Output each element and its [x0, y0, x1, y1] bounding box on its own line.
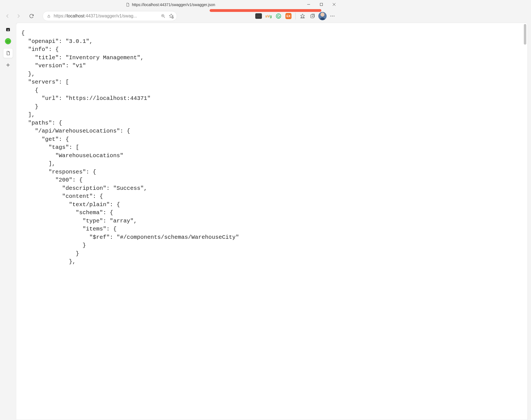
ex-extension-icon[interactable]: EX [284, 11, 293, 21]
title-highlight-underline [210, 9, 321, 12]
sidebar-tab-1[interactable] [3, 25, 13, 34]
avatar-image [318, 12, 327, 20]
profile-avatar[interactable] [318, 11, 327, 21]
new-tab-button[interactable] [3, 60, 13, 70]
close-button[interactable] [328, 0, 340, 9]
favorite-icon[interactable] [168, 13, 174, 19]
refresh-button[interactable] [27, 11, 37, 21]
svg-point-19 [330, 16, 331, 17]
svg-line-6 [164, 17, 165, 18]
file-icon [125, 2, 130, 7]
toolbar-divider [295, 13, 296, 19]
address-bar[interactable]: https://localhost:44371/swagger/v1/swag.… [43, 11, 177, 21]
tab-title[interactable]: https://localhost:44371/swagger/v1/swagg… [125, 2, 215, 7]
svg-rect-1 [320, 3, 323, 6]
svg-point-12 [276, 14, 281, 19]
window-titlebar: https://localhost:44371/swagger/v1/swagg… [0, 0, 340, 9]
json-extension-icon: { } [5, 38, 11, 44]
lastpass-extension-icon[interactable]: • • • [254, 11, 263, 21]
svg-extension-icon[interactable]: sVg [264, 11, 273, 21]
address-text: https://localhost:44371/swagger/v1/swag.… [54, 14, 158, 19]
favorites-button[interactable] [298, 11, 307, 21]
forward-button[interactable] [13, 11, 23, 21]
tab-title-text: https://localhost:44371/swagger/v1/swagg… [132, 2, 215, 7]
json-body[interactable]: { "openapi": "3.0.1", "info": { "title":… [16, 23, 340, 269]
sidebar-tab-2[interactable]: { } [3, 37, 13, 46]
lock-icon [47, 14, 51, 18]
svg-extension-label: sVg [265, 14, 272, 18]
vertical-tabs-sidebar: { } [0, 23, 16, 269]
svg-point-20 [332, 16, 333, 17]
minimize-button[interactable] [302, 0, 315, 9]
svg-point-21 [334, 16, 335, 17]
sidebar-tab-current[interactable] [3, 48, 13, 58]
page-content: { "openapi": "3.0.1", "info": { "title":… [16, 23, 340, 269]
window-controls [302, 0, 340, 9]
more-menu-button[interactable] [328, 11, 337, 21]
grammarly-extension-icon[interactable] [274, 11, 283, 21]
back-button[interactable] [3, 11, 13, 21]
svg-rect-4 [48, 16, 50, 17]
file-icon [6, 51, 11, 56]
zoom-icon[interactable] [161, 14, 166, 19]
collections-button[interactable] [308, 11, 317, 21]
maximize-button[interactable] [315, 0, 328, 9]
